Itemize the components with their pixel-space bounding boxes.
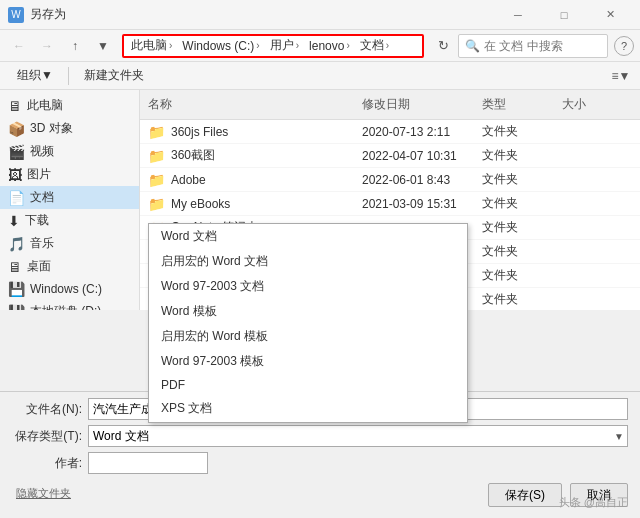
table-row[interactable]: 📁 360js Files 2020-07-13 2:11 文件夹 xyxy=(140,120,640,144)
dropdown-item[interactable]: Word 模板 xyxy=(149,299,467,324)
sidebar: 🖥此电脑📦3D 对象🎬视频🖼图片📄文档⬇下载🎵音乐🖥桌面💾Windows (C:… xyxy=(0,90,140,310)
hidden-files-toggle[interactable]: 隐藏文件夹 xyxy=(16,486,71,501)
sidebar-item[interactable]: ⬇下载 xyxy=(0,209,139,232)
title-bar: W 另存为 ─ □ ✕ xyxy=(0,0,640,30)
sidebar-item[interactable]: 🖥此电脑 xyxy=(0,94,139,117)
dropdown-item[interactable]: 单个文件网页 xyxy=(149,421,467,423)
dropdown-item[interactable]: Word 文档 xyxy=(149,224,467,249)
watermark: 头条 @高自正 xyxy=(559,495,628,510)
refresh-button[interactable]: ↻ xyxy=(430,34,456,58)
toolbar-separator xyxy=(68,67,69,85)
sidebar-item[interactable]: 🎬视频 xyxy=(0,140,139,163)
filetype-dropdown[interactable]: Word 文档启用宏的 Word 文档Word 97-2003 文档Word 模… xyxy=(148,223,468,423)
file-list-header: 名称 修改日期 类型 大小 xyxy=(140,90,640,120)
sidebar-item[interactable]: 🖥桌面 xyxy=(0,255,139,278)
filetype-select[interactable] xyxy=(88,425,628,447)
table-row[interactable]: 📁 My eBooks 2021-03-09 15:31 文件夹 xyxy=(140,192,640,216)
col-name[interactable]: 名称 xyxy=(148,94,362,115)
close-button[interactable]: ✕ xyxy=(588,0,632,30)
app-icon: W xyxy=(8,7,24,23)
up-button[interactable]: ↑ xyxy=(62,33,88,59)
filetype-select-wrapper: ▼ xyxy=(88,425,628,447)
address-bar[interactable]: 此电脑 › Windows (C:) › 用户 › lenovo › 文档 › xyxy=(122,34,424,58)
sidebar-item[interactable]: 🖼图片 xyxy=(0,163,139,186)
back-button[interactable]: ← xyxy=(6,33,32,59)
sidebar-item[interactable]: 💾Windows (C:) xyxy=(0,278,139,300)
dropdown-item[interactable]: PDF xyxy=(149,374,467,396)
dropdown-item[interactable]: 启用宏的 Word 模板 xyxy=(149,324,467,349)
address-segment-c[interactable]: Windows (C:) › xyxy=(179,38,262,54)
dropdown-item[interactable]: XPS 文档 xyxy=(149,396,467,421)
minimize-button[interactable]: ─ xyxy=(496,0,540,30)
address-segment-lenovo[interactable]: lenovo › xyxy=(306,38,353,54)
col-date[interactable]: 修改日期 xyxy=(362,94,482,115)
address-segment-computer[interactable]: 此电脑 › xyxy=(128,36,175,55)
sidebar-item[interactable]: 📄文档 xyxy=(0,186,139,209)
nav-toolbar: ← → ↑ ▼ 此电脑 › Windows (C:) › 用户 › lenovo… xyxy=(0,30,640,62)
search-icon: 🔍 xyxy=(465,39,480,53)
dropdown-item[interactable]: Word 97-2003 模板 xyxy=(149,349,467,374)
search-input[interactable] xyxy=(484,39,601,53)
dropdown-item[interactable]: Word 97-2003 文档 xyxy=(149,274,467,299)
bottom-controls-row: 隐藏文件夹 保存(S) 取消 xyxy=(12,479,628,507)
action-toolbar: 组织▼ 新建文件夹 ≡▼ xyxy=(0,62,640,90)
new-folder-button[interactable]: 新建文件夹 xyxy=(75,65,153,87)
organize-button[interactable]: 组织▼ xyxy=(8,65,62,87)
search-box[interactable]: 🔍 xyxy=(458,34,608,58)
table-row[interactable]: 📁 360截图 2022-04-07 10:31 文件夹 xyxy=(140,144,640,168)
sidebar-item[interactable]: 📦3D 对象 xyxy=(0,117,139,140)
window-title: 另存为 xyxy=(30,6,496,23)
help-button[interactable]: ? xyxy=(614,36,634,56)
author-row: 作者: xyxy=(12,452,628,474)
forward-button[interactable]: → xyxy=(34,33,60,59)
sidebar-item[interactable]: 🎵音乐 xyxy=(0,232,139,255)
table-row[interactable]: 📁 Adobe 2022-06-01 8:43 文件夹 xyxy=(140,168,640,192)
filetype-label: 保存类型(T): xyxy=(12,428,82,445)
author-label: 作者: xyxy=(12,455,82,472)
col-size[interactable]: 大小 xyxy=(562,94,632,115)
save-button[interactable]: 保存(S) xyxy=(488,483,562,507)
window-controls: ─ □ ✕ xyxy=(496,0,632,30)
maximize-button[interactable]: □ xyxy=(542,0,586,30)
sidebar-item[interactable]: 💾本地磁盘 (D:) xyxy=(0,300,139,310)
filename-label: 文件名(N): xyxy=(12,401,82,418)
address-segment-users[interactable]: 用户 › xyxy=(267,36,302,55)
address-segment-documents[interactable]: 文档 › xyxy=(357,36,392,55)
col-type[interactable]: 类型 xyxy=(482,94,562,115)
filetype-row: 保存类型(T): ▼ xyxy=(12,425,628,447)
view-button[interactable]: ≡▼ xyxy=(610,65,632,87)
recent-button[interactable]: ▼ xyxy=(90,33,116,59)
dropdown-item[interactable]: 启用宏的 Word 文档 xyxy=(149,249,467,274)
author-input[interactable] xyxy=(88,452,208,474)
